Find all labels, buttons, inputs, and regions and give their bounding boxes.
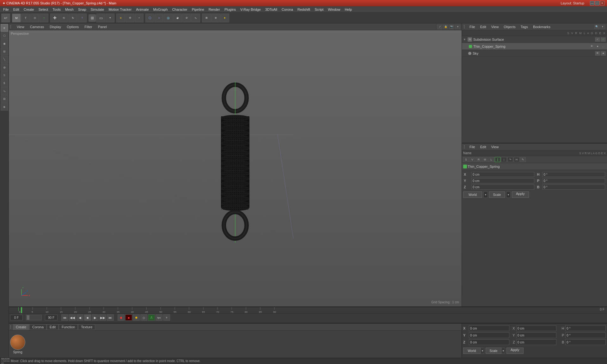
- spline-button[interactable]: ∿: [191, 14, 200, 22]
- menu-help[interactable]: Help: [343, 6, 354, 12]
- attr-icon-1[interactable]: S: [463, 157, 469, 162]
- timeline-ruler[interactable]: 0 5 10 15 20 25 30 35: [9, 307, 607, 313]
- tab-create[interactable]: Create: [13, 324, 29, 330]
- stop-record-button[interactable]: ■: [125, 314, 132, 321]
- world-dropdown-arrow[interactable]: ▾: [481, 348, 484, 354]
- obj-panel-objects[interactable]: Objects: [502, 24, 517, 29]
- check-icon-2[interactable]: ✓: [601, 37, 606, 42]
- spring-vis-icon[interactable]: 👁: [589, 44, 594, 49]
- object-row-sky[interactable]: Sky 👁 ■: [462, 50, 607, 57]
- viewport-panel-menu[interactable]: Panel: [96, 24, 108, 29]
- obj-panel-edit[interactable]: Edit: [479, 24, 487, 29]
- tab-texture[interactable]: Texture: [78, 324, 95, 330]
- viewport-expand-icon[interactable]: ⤢: [437, 25, 442, 29]
- spring-render-icon[interactable]: ■: [595, 44, 600, 49]
- record-button[interactable]: ⏺: [118, 314, 125, 321]
- add-render-button[interactable]: +: [135, 14, 144, 22]
- material-item[interactable]: Spring: [10, 335, 25, 354]
- go-to-end-button[interactable]: ⏭: [107, 314, 114, 321]
- cx-field2[interactable]: 0 cm: [516, 325, 557, 331]
- spring-more-icon[interactable]: …: [601, 44, 606, 49]
- sphere-button[interactable]: ○: [155, 14, 163, 22]
- rect-select-button[interactable]: ▭: [96, 14, 105, 22]
- attr-icon-3[interactable]: R: [476, 157, 481, 162]
- x-value[interactable]: 0 cm: [471, 172, 534, 177]
- frame-scrubber[interactable]: [26, 315, 42, 320]
- check-icon-1[interactable]: ✓: [595, 37, 600, 42]
- object-row-subdivision[interactable]: ▼ ⊞ Subdivision Surface ✓ ✓: [462, 36, 607, 43]
- viewport-options-menu[interactable]: Options: [65, 24, 80, 29]
- scale-button[interactable]: Scale: [489, 191, 505, 198]
- tab-edit[interactable]: Edit: [47, 324, 58, 330]
- attr-icon-6[interactable]: ‖: [495, 157, 500, 162]
- move-tool-button[interactable]: ✚: [50, 14, 59, 22]
- panel-search-icon[interactable]: 🔍: [594, 25, 599, 29]
- menu-create[interactable]: Create: [22, 6, 36, 12]
- deform-button[interactable]: ⊘: [182, 14, 191, 22]
- attr-icon-4[interactable]: M: [482, 157, 488, 162]
- attr-view-menu[interactable]: View: [490, 144, 500, 149]
- keyframe-button[interactable]: ◇: [140, 314, 147, 321]
- viewport-camera-icon[interactable]: 📷: [449, 25, 454, 29]
- live-select-button[interactable]: ⊞: [89, 14, 96, 22]
- menu-edit[interactable]: Edit: [11, 6, 21, 12]
- mode-tool-5[interactable]: ╲: [1, 56, 8, 63]
- sky-vis-icon[interactable]: 👁: [595, 51, 600, 56]
- coord-apply-button[interactable]: Apply: [506, 348, 524, 354]
- cy-field2[interactable]: 0 cm: [516, 332, 557, 338]
- cz-field2[interactable]: 0 cm: [516, 339, 557, 345]
- mode-tool-9[interactable]: ∿: [1, 87, 8, 95]
- cz-field[interactable]: 0 cm: [469, 339, 509, 345]
- menu-mograph[interactable]: MoGraph: [151, 6, 170, 12]
- autokey-button[interactable]: A: [148, 314, 155, 321]
- menu-tools[interactable]: Tools: [51, 6, 63, 12]
- menu-file[interactable]: File: [1, 6, 11, 12]
- attr-icon-7[interactable]: ↕: [501, 157, 507, 162]
- motion-record-button[interactable]: ✱: [133, 314, 140, 321]
- step-forward-button[interactable]: ▶▶: [99, 314, 106, 321]
- h-value[interactable]: 0 °: [543, 172, 605, 177]
- menu-render[interactable]: Render: [207, 6, 222, 12]
- fps-button[interactable]: fps: [156, 314, 162, 321]
- attr-file-menu[interactable]: File: [468, 144, 476, 149]
- viewport-toggle-button[interactable]: ⊠: [202, 14, 211, 22]
- minimize-button[interactable]: —: [590, 1, 594, 5]
- attr-icon-2[interactable]: V: [469, 157, 475, 162]
- texture-mode-button[interactable]: T: [21, 14, 30, 22]
- menu-snap[interactable]: Snap: [76, 6, 88, 12]
- tab-corona[interactable]: Corona: [29, 324, 46, 330]
- close-button[interactable]: ✕: [600, 1, 604, 5]
- end-frame-display[interactable]: 90 F: [45, 315, 58, 320]
- play-reverse-button[interactable]: ◀: [77, 314, 83, 321]
- viewport-cameras-menu[interactable]: Cameras: [28, 24, 46, 29]
- viewport-display-menu[interactable]: Display: [48, 24, 63, 29]
- obj-panel-file[interactable]: File: [468, 24, 476, 29]
- cy-field[interactable]: 0 cm: [469, 332, 509, 338]
- y-value[interactable]: 0 cm: [471, 178, 534, 183]
- attr-icon-10[interactable]: ✎: [520, 157, 526, 162]
- menu-mesh[interactable]: Mesh: [63, 6, 76, 12]
- menu-3dtoall[interactable]: 3DToAll: [263, 6, 279, 12]
- mode-tool-11[interactable]: ◈: [1, 103, 8, 111]
- b-value[interactable]: 0 °: [543, 185, 605, 190]
- mode-tool-10[interactable]: ⊞: [1, 95, 8, 103]
- tab-function[interactable]: Function: [59, 324, 78, 330]
- obj-panel-view[interactable]: View: [490, 24, 500, 29]
- maximize-button[interactable]: □: [595, 1, 599, 5]
- mode-tool-7[interactable]: S: [1, 71, 8, 79]
- menu-redshift[interactable]: Redshift: [296, 6, 312, 12]
- timeline-settings[interactable]: ≡: [163, 314, 170, 321]
- menu-vray[interactable]: V-Ray Bridge: [238, 6, 263, 12]
- menu-simulate[interactable]: Simulate: [89, 6, 106, 12]
- object-axis-button[interactable]: ◎: [30, 14, 39, 22]
- scale-tool-button[interactable]: ⟲: [59, 14, 68, 22]
- light-button[interactable]: ✦: [220, 14, 229, 22]
- cube-button[interactable]: ⬡: [145, 14, 154, 22]
- points-mode-button[interactable]: •: [40, 14, 48, 22]
- cx-field[interactable]: 0 cm: [469, 325, 509, 331]
- mode-tool-4[interactable]: ⊞: [1, 48, 8, 55]
- sky-render-icon[interactable]: ■: [601, 51, 606, 56]
- menu-plugins[interactable]: Plugins: [223, 6, 238, 12]
- attr-icon-5[interactable]: L: [488, 157, 494, 162]
- obj-panel-tags[interactable]: Tags: [519, 24, 529, 29]
